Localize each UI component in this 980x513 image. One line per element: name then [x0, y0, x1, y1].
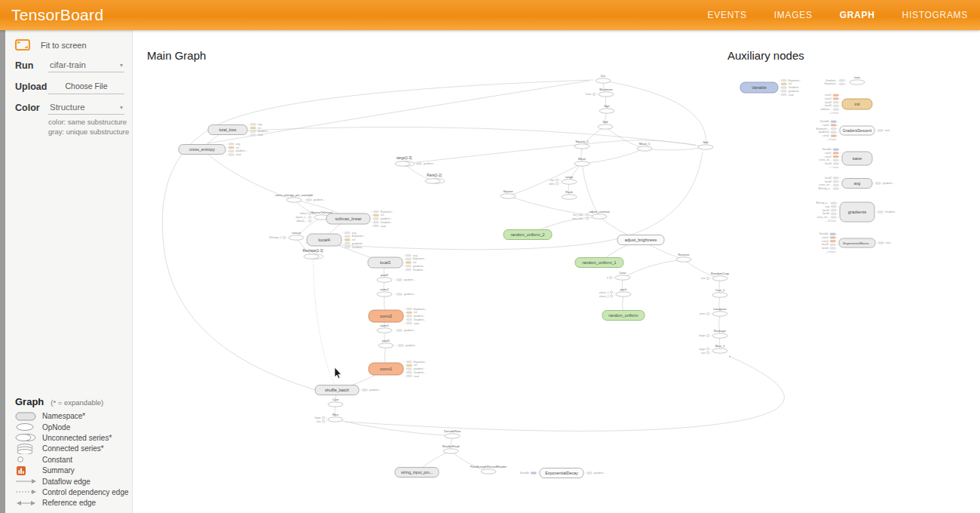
- color-select[interactable]: Structure ▾: [48, 101, 124, 115]
- graph-node-random_uniform_2[interactable]: random_uniform_2: [504, 230, 552, 240]
- graph-node-cepe[interactable]: cross_entropy_per_examplegradient...: [275, 193, 325, 203]
- svg-text:init: init: [381, 213, 384, 217]
- svg-text:save: save: [381, 225, 386, 228]
- svg-text:string_input_pro...: string_input_pro...: [401, 470, 433, 475]
- graph-node-Cast[interactable]: Cast: [328, 398, 343, 407]
- svg-text:Gradient...: Gradient...: [789, 86, 801, 89]
- top-nav: EVENTSIMAGESGRAPHHISTOGRAMS: [708, 10, 968, 20]
- svg-text:Gradient...: Gradient...: [414, 371, 426, 374]
- svg-text:local3: local3: [825, 101, 831, 104]
- svg-text:local3: local3: [822, 209, 829, 212]
- graph-node-Sub[interactable]: Sub: [598, 120, 613, 130]
- graph-node-range[interactable]: rangestartdelta: [550, 175, 577, 186]
- graph-node-FLRR[interactable]: FixedLengthRecordReader: [470, 465, 507, 475]
- graph-node-local4[interactable]: local4avgExponent...initgradientsGradien…: [307, 232, 365, 249]
- graph-node-Sqrt[interactable]: Sqrt: [599, 104, 614, 114]
- svg-text:pool2: pool2: [381, 273, 389, 277]
- color-hint-2: gray: unique substructure: [48, 127, 132, 137]
- tab-graph[interactable]: GRAPH: [840, 10, 875, 20]
- graph-node-Mean[interactable]: Mean: [574, 157, 590, 167]
- graph-node-random_uniform[interactable]: random_uniform: [602, 311, 645, 321]
- graph-node-aux_gd[interactable]: GradientDescenttrainVariableconv1Exponen…: [816, 120, 890, 141]
- graph-node-cross_entropy[interactable]: cross_entropyavginitgradient...save: [179, 143, 247, 156]
- run-select[interactable]: cifar-train ▾: [48, 59, 124, 72]
- legend-item-label: Constant: [42, 456, 72, 464]
- svg-text:adjust_brightness: adjust_brightness: [625, 238, 657, 242]
- graph-node-Square[interactable]: Square: [501, 189, 516, 199]
- graph-node-Mean_1[interactable]: Mean_1: [637, 142, 652, 152]
- graph-node-shuffle_batch[interactable]: shuffle_batchgradient...: [315, 386, 381, 395]
- graph-node-Less[interactable]: Lessy: [607, 271, 630, 281]
- graph-node-adjust_brightness[interactable]: adjust_brightness: [617, 235, 664, 245]
- svg-text:shape: shape: [699, 334, 706, 337]
- graph-node-ReaderRead[interactable]: ReaderRead: [443, 444, 460, 454]
- svg-text:gradient...: gradient...: [883, 182, 894, 185]
- svg-text:local4: local4: [822, 247, 828, 250]
- graph-node-aux_save[interactable]: saveVariableconv1conv2cross_en...local3+…: [819, 148, 872, 169]
- graph-node-conv1[interactable]: conv1Exponent...initgradient...Gradient.…: [369, 361, 427, 378]
- graph-node-Div[interactable]: Div: [596, 74, 611, 84]
- graph-node-Maximum[interactable]: MaximumConst: [585, 88, 614, 97]
- svg-text:Variable: Variable: [752, 85, 766, 90]
- graph-node-norm2[interactable]: norm2gradient...: [377, 287, 415, 297]
- graph-node-aux_variable[interactable]: VariableExponent...initGradient...gradie…: [740, 79, 801, 97]
- svg-text:local3: local3: [825, 177, 831, 180]
- svg-text:gradient...: gradient...: [424, 162, 435, 165]
- graph-node-local3[interactable]: local3avgExponent...initgradientsGradien…: [368, 254, 426, 272]
- svg-text:sparse_v...: sparse_v...: [296, 216, 307, 219]
- svg-text:values_1: values_1: [599, 291, 609, 294]
- graph-canvas[interactable]: total_lossavginitgradient...savecross_en…: [132, 30, 980, 513]
- graph-node-norm1[interactable]: norm1gradient...: [377, 324, 415, 333]
- svg-text:+ 3 more: + 3 more: [827, 138, 837, 141]
- graph-node-softmax_linear[interactable]: softmax_linearExponent...initgradient...…: [326, 210, 394, 228]
- graph-node-aux_ema[interactable]: ExponentialMovin...trainVariableconv1con…: [819, 232, 891, 253]
- choose-file-button[interactable]: Choose File: [48, 79, 124, 94]
- legend-item-label: Control dependency edge: [42, 488, 129, 496]
- graph-node-Reverse[interactable]: Reverse: [676, 253, 691, 263]
- graph-node-Slice_1[interactable]: Slice_1beginsize: [700, 344, 727, 355]
- tab-events[interactable]: EVENTS: [708, 10, 747, 20]
- graph-node-DecodeRaw[interactable]: DecodeRaw: [444, 429, 461, 439]
- graph-node-concat[interactable]: concatReshape_2: [269, 231, 304, 241]
- graph-node-Reshape13[interactable]: Reshape[1-3]: [302, 249, 323, 259]
- svg-text:conv1: conv1: [825, 152, 831, 155]
- graph-node-random_uniform_1[interactable]: random_uniform_1: [575, 258, 623, 268]
- graph-node-string_input[interactable]: string_input_pro...: [395, 468, 439, 478]
- graph-node-aux_gradients[interactable]: gradientsGradient...Moving_a...avglocal3…: [816, 201, 896, 223]
- chevron-down-icon: ▾: [120, 104, 123, 111]
- graph-node-Cast_1[interactable]: Cast_1: [712, 288, 727, 298]
- svg-text:avg: avg: [854, 181, 861, 186]
- edges-layer: [162, 80, 784, 472]
- graph-node-aux_init[interactable]: initconv1conv2local3local4softmax...+ 3 …: [820, 94, 872, 115]
- graph-node-total_loss[interactable]: total_lossavginitgradient...save: [208, 123, 269, 137]
- graph-node-Reshape[interactable]: Reshapeshape: [699, 329, 727, 339]
- svg-text:conv1: conv1: [825, 94, 831, 97]
- svg-text:+ 3 more: + 3 more: [829, 112, 839, 115]
- svg-text:Exponent...: Exponent...: [789, 79, 801, 82]
- tab-histograms[interactable]: HISTOGRAMS: [902, 10, 968, 20]
- legend-item-summary: Summary: [15, 465, 128, 475]
- graph-node-pool2[interactable]: pool2gradient...: [377, 273, 415, 283]
- svg-text:Gradient...: Gradient...: [825, 79, 838, 82]
- svg-text:gradient...: gradient...: [594, 472, 605, 475]
- graph-node-pack[interactable]: packvalues_1values_2: [599, 287, 631, 298]
- graph-node-Slice[interactable]: Slicebeginsize: [315, 413, 343, 423]
- graph-node-ExponentialDecay[interactable]: ExponentialDecaygradient...Variable: [520, 468, 605, 478]
- svg-text:concat: concat: [292, 231, 302, 235]
- graph-node-Rank[interactable]: Rank: [562, 190, 577, 200]
- graph-edge: [294, 200, 322, 217]
- graph-node-aux_avg[interactable]: avggradient...local3local4cross_en...Mov…: [818, 177, 893, 190]
- mouse-cursor: [335, 367, 341, 378]
- graph-node-range13[interactable]: range[1-3]gradient...: [395, 156, 435, 166]
- graph-node-adjust_contrast[interactable]: adjust_contrastmin_valu...max_valu...: [572, 210, 610, 220]
- graph-node-conv2[interactable]: conv2Exponent...initgradient...Gradient.…: [369, 308, 427, 325]
- fit-to-screen-button[interactable]: Fit to screen: [11, 30, 132, 52]
- graph-node-aux_train[interactable]: trainGradient...Exponent...: [825, 75, 865, 86]
- graph-node-transpose[interactable]: transposeperm: [700, 307, 727, 317]
- tab-images[interactable]: IMAGES: [774, 10, 813, 20]
- graph-node-pool1[interactable]: pool1gradient...: [378, 339, 417, 349]
- svg-text:Exponent...: Exponent...: [825, 82, 838, 85]
- svg-text:size: size: [701, 352, 706, 355]
- graph-node-Sub_1[interactable]: Sub: [698, 140, 713, 150]
- svg-text:begin: begin: [700, 348, 706, 351]
